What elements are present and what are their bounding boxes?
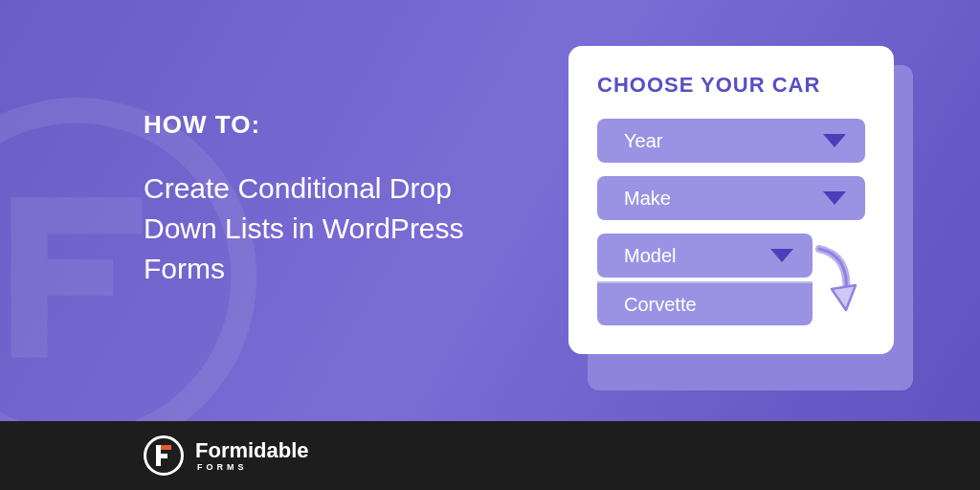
logo-mark-icon (144, 435, 184, 476)
dropdown-label: Model (624, 245, 676, 267)
dropdown-year[interactable]: Year (597, 119, 865, 163)
card-heading: CHOOSE YOUR CAR (597, 73, 865, 98)
dropdown-model[interactable]: Model (597, 234, 813, 278)
footer-bar: Formidable FORMS (0, 421, 980, 490)
svg-rect-3 (11, 197, 48, 357)
dropdown-label: Make (624, 188, 671, 210)
brand-name: Formidable (195, 440, 309, 461)
dropdown-make[interactable]: Make (597, 176, 865, 220)
headline-title: Create Conditional Drop Down Lists in Wo… (144, 168, 507, 289)
howto-label: HOW TO: (144, 110, 507, 140)
chevron-down-icon (823, 191, 846, 205)
svg-rect-2 (11, 259, 113, 296)
form-card: CHOOSE YOUR CAR Year Make Model Corvette (568, 46, 894, 354)
curved-arrow-icon (800, 241, 858, 327)
chevron-down-icon (770, 249, 793, 262)
dropdown-option[interactable]: Corvette (597, 281, 813, 325)
chevron-down-icon (823, 134, 846, 147)
brand-subtitle: FORMS (197, 463, 309, 472)
option-label: Corvette (624, 294, 697, 316)
hero-banner: HOW TO: Create Conditional Drop Down Lis… (0, 0, 980, 421)
brand-logo: Formidable FORMS (144, 435, 309, 476)
svg-rect-1 (11, 197, 143, 234)
dropdown-label: Year (624, 130, 662, 152)
headline-block: HOW TO: Create Conditional Drop Down Lis… (144, 110, 507, 289)
